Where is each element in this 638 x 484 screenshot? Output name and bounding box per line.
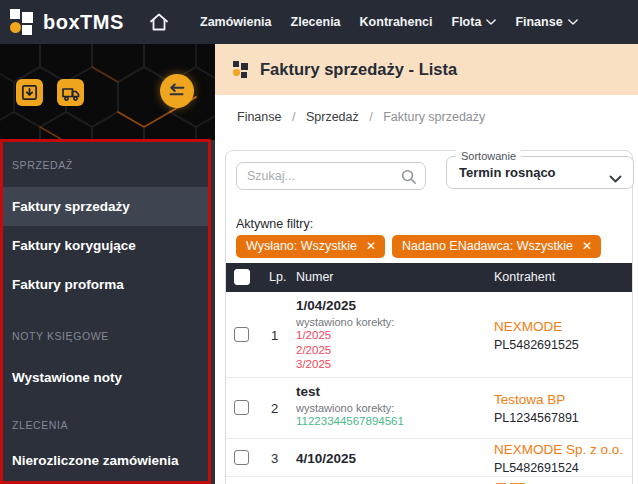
search-input[interactable] [237,163,407,189]
sidebar-menu: SPRZEDAŻFaktury sprzedażyFaktury koryguj… [0,139,211,484]
cell-numer: testwystawiono korekty:11223344567894561 [296,384,404,429]
row-checkbox-cell [234,450,249,469]
breadcrumb-separator: / [369,110,372,124]
table-row[interactable]: 2testwystawiono korekty:1122334456789456… [226,378,632,439]
sidebar-item-faktury-korygujace[interactable]: Faktury korygujące [0,226,211,265]
row-checkbox-cell [234,327,249,346]
nav-item-label: Zamówienia [200,15,272,29]
invoice-number: 1/04/2025 [296,298,394,313]
row-checkbox[interactable] [234,450,249,465]
filter-chip-label: Wysłano: Wszystkie [246,239,357,253]
nav-item-flota[interactable]: Flota [452,15,497,29]
brand-name: boxTMS [43,9,124,35]
kontrahent-nip: PL5482691524 [494,460,623,474]
korekta-link[interactable]: 2/2025 [296,343,394,358]
korekta-link[interactable]: 11223344567894561 [296,414,404,429]
active-filters-label: Aktywne filtry: [236,217,313,231]
column-header-numer: Numer [296,263,334,292]
brand-logo-icon [10,9,36,35]
kontrahent-nip: PL5482691525 [494,337,579,351]
home-icon[interactable] [147,10,171,34]
table-row[interactable]: 34/10/2025NEXMODE Sp. z o.o.PL5482691524 [226,439,632,477]
breadcrumb-separator: / [292,110,295,124]
row-checkbox[interactable] [234,327,249,342]
sidebar: SPRZEDAŻFaktury sprzedażyFaktury koryguj… [0,44,215,484]
nav-item-label: Kontrahenci [360,15,433,29]
chevron-down-icon [609,169,622,187]
close-icon[interactable]: ✕ [582,240,592,252]
kontrahent-name[interactable]: NEXMODE Sp. z o.o. [494,441,623,456]
nav-menu: ZamówieniaZleceniaKontrahenciFlotaFinans… [200,0,578,44]
nav-item-zlecenia[interactable]: Zlecenia [291,15,341,29]
column-header-lp: Lp. [269,263,286,292]
sort-select-value: Termin rosnąco [459,157,556,188]
cell-lp: 2 [271,401,278,416]
box-download-button[interactable] [16,79,43,106]
search-icon[interactable] [400,168,417,189]
filter-chip-label: Nadano ENadawca: Wszystkie [402,239,573,253]
cell-numer: 1/04/2025wystawiono korekty:1/20252/2025… [296,298,394,372]
sidebar-item-faktury-sprzedazy[interactable]: Faktury sprzedaży [0,187,211,226]
cell-lp: 3 [271,450,278,465]
list-card: Sortowanie Termin rosnąco Aktywne filtry… [225,150,633,484]
search-box [236,162,426,190]
sidebar-section-label: ZLECENIA [12,419,211,431]
column-header-kontrahent: Kontrahent [494,263,555,292]
page-title: Faktury sprzedaży - Lista [260,60,457,79]
filter-chips: Wysłano: Wszystkie✕Nadano ENadawca: Wszy… [236,235,601,258]
top-navbar: boxTMS ZamówieniaZleceniaKontrahenciFlot… [0,0,638,44]
breadcrumb-sprzedaz[interactable]: Sprzedaż [306,110,359,124]
nav-item-label: Finanse [515,15,562,29]
page-title-bar: Faktury sprzedaży - Lista [215,44,638,95]
nav-item-kontrahenci[interactable]: Kontrahenci [360,15,433,29]
korekta-link[interactable]: 1/2025 [296,328,394,343]
korekta-link[interactable]: 3/2025 [296,357,394,372]
kontrahent-name[interactable]: Testowa BP [494,392,579,407]
table-header: Lp. Numer Kontrahent [226,263,632,292]
table-body: 11/04/2025wystawiono korekty:1/20252/202… [226,292,632,484]
invoice-number: 4/10/2025 [296,450,356,465]
truck-icon [61,83,81,103]
box-download-icon [20,83,39,102]
nav-item-zamowienia[interactable]: Zamówienia [200,15,272,29]
sidebar-toggle-button[interactable] [160,74,194,108]
sidebar-section-label: SPRZEDAŻ [12,159,211,171]
breadcrumb-finanse[interactable]: Finanse [237,110,281,124]
page-title-logo-icon [233,61,250,78]
sidebar-section-label: NOTY KSIĘGOWE [12,330,211,342]
cell-lp: 1 [271,327,278,342]
select-all-checkbox[interactable] [234,269,250,285]
kontrahent-name[interactable]: NEXMODE [494,318,579,333]
row-checkbox-cell [234,400,249,419]
table-row-partial [226,477,632,484]
table-row[interactable]: 11/04/2025wystawiono korekty:1/20252/202… [226,292,632,378]
breadcrumb: Finanse / Sprzedaż / Faktury sprzedaży [215,95,638,139]
cell-kontrahent: NEXMODEPL5482691525 [494,318,579,351]
truck-button[interactable] [57,79,84,106]
cell-kontrahent: NEXMODE Sp. z o.o.PL5482691524 [494,441,623,474]
cell-numer: 4/10/2025 [296,450,356,465]
nav-item-finanse[interactable]: Finanse [515,15,577,29]
chevron-down-icon [568,19,578,25]
filter-chip: Nadano ENadawca: Wszystkie✕ [392,235,601,258]
korekty-label: wystawiono korekty: [296,316,394,328]
korekty-label: wystawiono korekty: [296,402,404,414]
nav-item-label: Zlecenia [291,15,341,29]
filter-chip: Wysłano: Wszystkie✕ [236,235,385,258]
sidebar-item-faktury-proforma[interactable]: Faktury proforma [0,265,211,304]
sidebar-item-nierozliczone-zamowienia[interactable]: Nierozliczone zamówienia [0,441,211,480]
close-icon[interactable]: ✕ [366,240,376,252]
brand[interactable]: boxTMS [10,9,124,35]
nav-item-label: Flota [452,15,482,29]
kontrahent-nip: PL1234567891 [494,411,579,425]
row-checkbox[interactable] [234,400,249,415]
sidebar-item-wystawione-noty[interactable]: Wystawione noty [0,358,211,397]
cell-kontrahent: Testowa BPPL1234567891 [494,392,579,425]
chevron-down-icon [486,19,496,25]
swap-arrows-icon [166,80,188,102]
invoice-number: test [296,384,404,399]
sort-select[interactable]: Sortowanie Termin rosnąco [446,156,634,189]
main-content: Faktury sprzedaży - Lista Finanse / Sprz… [215,44,638,484]
sidebar-hex-banner [0,44,215,140]
breadcrumb-current: Faktury sprzedaży [383,110,485,124]
